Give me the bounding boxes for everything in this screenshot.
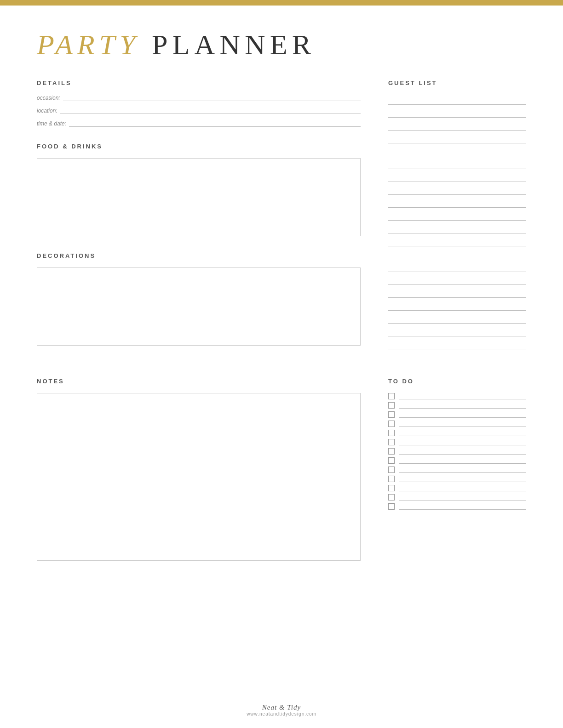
todo-item <box>388 466 526 473</box>
page-title: PARTY PLANNER <box>37 28 526 61</box>
decorations-box[interactable] <box>37 267 361 346</box>
timedate-field: time & date: <box>37 120 361 127</box>
guest-line <box>388 288 526 298</box>
todo-item <box>388 439 526 445</box>
todo-item <box>388 476 526 482</box>
guest-line <box>388 326 526 336</box>
guest-line <box>388 185 526 195</box>
food-heading: FOOD & DRINKS <box>37 143 361 150</box>
todo-checkbox[interactable] <box>388 402 395 409</box>
todo-item <box>388 421 526 427</box>
todo-line <box>399 476 526 482</box>
occasion-underline <box>63 95 361 101</box>
todo-checkbox[interactable] <box>388 494 395 500</box>
todo-item <box>388 503 526 510</box>
title-section: PARTY PLANNER <box>37 28 526 61</box>
notes-heading: NOTES <box>37 378 361 385</box>
todo-checkbox[interactable] <box>388 476 395 482</box>
footer-brand: Neat & Tidy <box>0 704 563 711</box>
todo-line <box>399 439 526 445</box>
todo-line <box>399 430 526 436</box>
guest-line <box>388 172 526 182</box>
guest-line <box>388 210 526 221</box>
guest-line <box>388 120 526 131</box>
todo-line <box>399 393 526 399</box>
guest-line <box>388 275 526 285</box>
todo-checkbox[interactable] <box>388 457 395 464</box>
todo-item <box>388 457 526 464</box>
location-underline <box>60 108 361 114</box>
todo-line <box>399 402 526 409</box>
guest-line <box>388 249 526 259</box>
todo-checkbox[interactable] <box>388 439 395 445</box>
guest-line <box>388 95 526 105</box>
todo-checkbox[interactable] <box>388 421 395 427</box>
todo-item <box>388 402 526 409</box>
details-section: DETAILS occasion: location: time & date: <box>37 80 361 127</box>
occasion-field: occasion: <box>37 95 361 101</box>
todo-item <box>388 430 526 436</box>
todo-item <box>388 485 526 491</box>
todo-line <box>399 448 526 455</box>
todo-line <box>399 466 526 473</box>
guest-line <box>388 146 526 156</box>
guest-line <box>388 313 526 324</box>
todo-line <box>399 411 526 418</box>
decorations-section: DECORATIONS <box>37 252 361 346</box>
location-label: location: <box>37 108 57 114</box>
todo-line <box>399 485 526 491</box>
timedate-label: time & date: <box>37 120 66 127</box>
guest-line <box>388 133 526 143</box>
footer-url: www.neatandtidydesign.com <box>0 711 563 717</box>
todo-line <box>399 457 526 464</box>
todo-line <box>399 421 526 427</box>
guest-line <box>388 223 526 233</box>
todo-line <box>399 503 526 510</box>
guest-line <box>388 262 526 272</box>
todo-checkbox[interactable] <box>388 448 395 455</box>
guest-line <box>388 198 526 208</box>
todo-item <box>388 411 526 418</box>
title-party: PARTY <box>37 29 140 60</box>
todo-checkbox[interactable] <box>388 485 395 491</box>
occasion-label: occasion: <box>37 95 60 101</box>
todo-item <box>388 494 526 500</box>
food-section: FOOD & DRINKS <box>37 143 361 236</box>
guest-line <box>388 301 526 311</box>
todo-checkbox[interactable] <box>388 430 395 436</box>
top-bar <box>0 0 563 6</box>
todo-checkbox[interactable] <box>388 503 395 510</box>
timedate-underline <box>69 120 361 127</box>
details-heading: DETAILS <box>37 80 361 86</box>
decorations-heading: DECORATIONS <box>37 252 361 259</box>
todo-item <box>388 393 526 399</box>
todo-checkbox[interactable] <box>388 411 395 418</box>
guest-line <box>388 339 526 349</box>
guest-line <box>388 108 526 118</box>
todo-checkbox[interactable] <box>388 466 395 473</box>
notes-section: NOTES <box>37 378 361 561</box>
food-box[interactable] <box>37 158 361 236</box>
guest-list-section: GUEST LIST <box>388 80 526 349</box>
title-planner: PLANNER <box>152 29 316 60</box>
todo-section: TO DO <box>388 378 526 510</box>
todo-heading: TO DO <box>388 378 526 385</box>
todo-item <box>388 448 526 455</box>
notes-box[interactable] <box>37 393 361 561</box>
guest-line <box>388 236 526 246</box>
guest-line <box>388 159 526 169</box>
guest-list-heading: GUEST LIST <box>388 80 526 86</box>
todo-checkbox[interactable] <box>388 393 395 399</box>
location-field: location: <box>37 108 361 114</box>
todo-line <box>399 494 526 500</box>
footer: Neat & Tidy www.neatandtidydesign.com <box>0 704 563 717</box>
